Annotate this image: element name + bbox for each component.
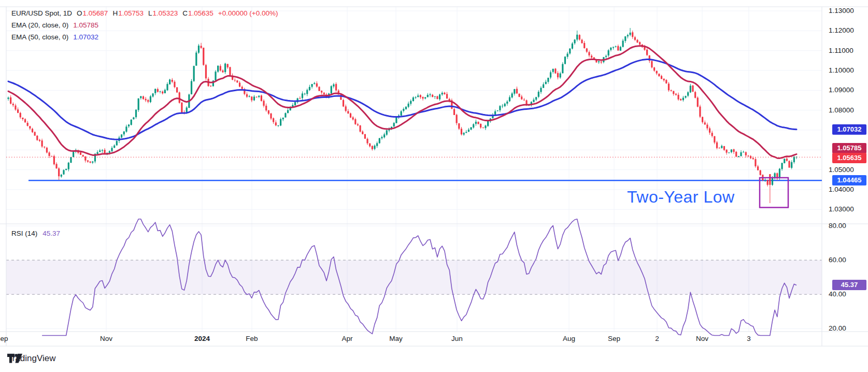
price-axis-label: 1.05000 [829,166,867,174]
time-axis-label: 2024 [194,335,210,342]
ohlc-open: O1.05687 [77,7,108,19]
ema50-price-badge: 1.07032 [832,124,866,135]
time-axis-label: 2 [655,335,659,342]
price-axis-label: 1.12000 [829,26,867,34]
tradingview-chart-window: { "window": {"width": 1675, "height": 71… [0,0,868,372]
ema50-label: EMA (50, close, 0) [11,31,68,43]
time-axis-label: Nov [696,335,708,342]
price-axis-label: 1.13000 [829,7,867,15]
ema50-value: 1.07032 [73,31,98,43]
rsi-axis-label: 60.00 [829,256,867,264]
price-axis-label: 1.08000 [829,106,867,114]
price-axis-label: 1.11000 [829,47,867,54]
last-price-badge: 1.05635 [832,153,866,163]
ema20-legend-row[interactable]: EMA (20, close, 0) 1.05785 [11,19,278,31]
time-axis-label: Nov [100,335,112,342]
rsi-axis-label: 80.00 [829,222,867,230]
price-axis-label: 1.04000 [829,185,867,193]
rsi-axis-label: 40.00 [829,290,867,298]
support-price-badge: 1.04465 [832,175,866,185]
change-value: +0.00000 (+0.00%) [218,7,278,19]
time-axis-label: Jun [451,335,463,342]
price-axis-label: 1.09000 [829,86,867,94]
rsi-value-badge: 45.37 [832,280,866,290]
tradingview-logo-icon [7,353,23,364]
ohlc-high: H1.05753 [112,7,144,19]
ema20-line [8,46,796,159]
time-axis-label: 3 [747,335,751,342]
ema50-legend-row[interactable]: EMA (50, close, 0) 1.07032 [11,31,278,43]
ohlc-low: L1.05323 [148,7,178,19]
price-axis-label: 1.03000 [829,205,867,213]
rsi-axis-label: 20.00 [829,324,867,332]
candlestick-series [7,28,797,203]
two-year-low-annotation[interactable]: Two-Year Low [627,188,735,207]
rsi-value: 45.37 [42,230,60,237]
tradingview-attribution[interactable]: TradingView [7,353,56,364]
symbol-legend-row[interactable]: EUR/USD Spot, 1D O1.05687 H1.05753 L1.05… [11,7,278,19]
time-axis-label: Sep [608,335,620,342]
time-axis-label: Aug [563,335,575,342]
time-axis-label: ep [0,335,8,342]
time-axis-label: Apr [341,335,352,342]
chart-legend: EUR/USD Spot, 1D O1.05687 H1.05753 L1.05… [11,7,278,43]
time-axis-label: May [389,335,403,342]
chart-canvas[interactable] [0,0,868,372]
price-axis-label: 1.10000 [829,66,867,74]
ohlc-close: C1.05635 [182,7,214,19]
rsi-legend-row[interactable]: RSI (14) 45.37 [11,230,60,237]
two-year-low-highlight-rect [760,178,788,207]
time-axis-label: Feb [246,335,258,342]
ema20-value: 1.05785 [73,19,98,31]
ema20-price-badge: 1.05785 [832,143,866,153]
symbol-title: EUR/USD Spot, 1D [11,7,72,19]
rsi-label: RSI (14) [11,230,37,237]
ema20-label: EMA (20, close, 0) [11,19,68,31]
